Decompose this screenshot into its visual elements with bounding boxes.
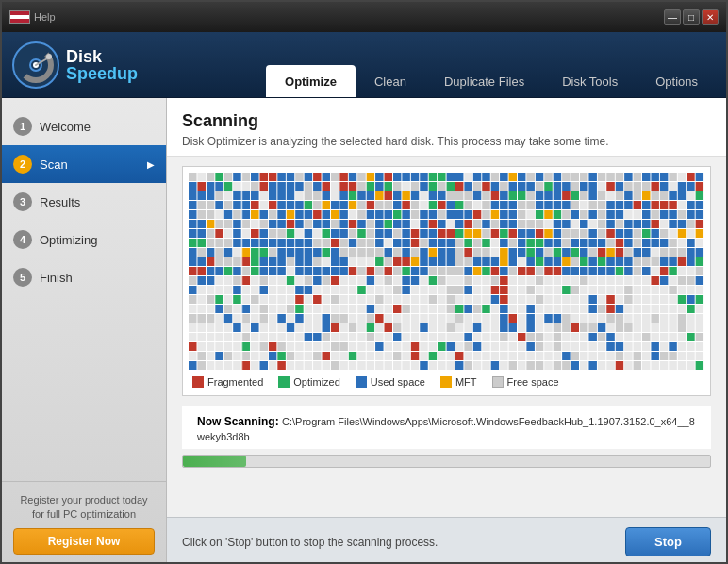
step-1-circle: 1: [13, 117, 32, 136]
app-header: Disk Speedup Optimize Clean Duplicate Fi…: [2, 32, 726, 98]
bottom-bar: Click on 'Stop' button to stop the scann…: [167, 517, 726, 564]
svg-point-5: [46, 54, 52, 59]
app-logo-icon: [11, 41, 60, 90]
legend-color-used-space: [356, 376, 367, 388]
sidebar-item-optimizing[interactable]: 4 Optimizing: [2, 221, 166, 258]
scanning-info: Now Scanning: C:\Program Files\WindowsAp…: [182, 406, 711, 449]
legend-mft: MFT: [440, 376, 477, 388]
step-2-circle: 2: [13, 155, 32, 174]
sidebar-item-scan[interactable]: 2 Scan ▶: [2, 145, 166, 183]
maximize-button[interactable]: □: [683, 9, 700, 25]
tab-optimize[interactable]: Optimize: [266, 65, 356, 97]
sidebar-item-welcome[interactable]: 1 Welcome: [2, 108, 166, 145]
legend-color-optimized: [278, 376, 290, 388]
sidebar: 1 Welcome 2 Scan ▶ 3 Results 4 Optimizin…: [2, 98, 167, 564]
progress-bar: [183, 456, 246, 467]
legend-label-optimized: Optimized: [293, 376, 340, 388]
page-title: Scanning: [182, 111, 711, 131]
sidebar-label-finish: Finish: [40, 271, 155, 285]
step-5-circle: 5: [13, 268, 32, 287]
title-bar: Help — □ ✕: [2, 2, 726, 32]
sidebar-item-results[interactable]: 3 Results: [2, 183, 166, 221]
progress-bar-container: [182, 455, 711, 468]
step-3-circle: 3: [13, 192, 32, 211]
legend-label-mft: MFT: [455, 376, 477, 388]
scanning-label: Now Scanning: C:\Program Files\WindowsAp…: [197, 415, 695, 443]
tab-clean[interactable]: Clean: [356, 65, 425, 97]
legend-color-mft: [440, 376, 452, 388]
app-name-speedup: Speedup: [66, 65, 138, 82]
legend-color-free-space: [492, 376, 504, 388]
content-description: Disk Optimizer is analyzing the selected…: [182, 135, 711, 148]
tab-duplicate-files[interactable]: Duplicate Files: [425, 65, 543, 97]
legend-label-fragmented: Fragmented: [207, 376, 263, 388]
logo-container: Disk Speedup: [11, 41, 138, 90]
legend-free-space: Free space: [492, 376, 559, 388]
stop-button[interactable]: Stop: [625, 527, 711, 556]
sidebar-label-optimizing: Optimizing: [40, 233, 155, 247]
tab-disk-tools[interactable]: Disk Tools: [543, 65, 637, 97]
nav-tabs: Optimize Clean Duplicate Files Disk Tool…: [266, 32, 717, 97]
legend-used-space: Used space: [356, 376, 425, 388]
close-button[interactable]: ✕: [702, 9, 719, 25]
scanning-label-strong: Now Scanning:: [197, 415, 279, 428]
minimize-button[interactable]: —: [664, 9, 681, 25]
legend-color-fragmented: [192, 376, 204, 388]
app-name: Disk Speedup: [66, 48, 138, 82]
sidebar-arrow-scan: ▶: [147, 159, 155, 170]
flag-icon: [9, 10, 30, 24]
legend-optimized: Optimized: [278, 376, 340, 388]
bottom-hint: Click on 'Stop' button to stop the scann…: [182, 536, 438, 549]
disk-map: [189, 173, 704, 371]
main-layout: 1 Welcome 2 Scan ▶ 3 Results 4 Optimizin…: [2, 98, 726, 564]
register-now-button[interactable]: Register Now: [13, 528, 155, 555]
sidebar-footer: Register your product today for full PC …: [2, 481, 166, 564]
legend: Fragmented Optimized Used space MFT Free…: [189, 371, 704, 390]
title-bar-controls: — □ ✕: [664, 9, 719, 25]
sidebar-item-finish[interactable]: 5 Finish: [2, 258, 166, 296]
legend-label-used-space: Used space: [371, 376, 425, 388]
content-header: Scanning Disk Optimizer is analyzing the…: [167, 98, 726, 157]
content-area: Scanning Disk Optimizer is analyzing the…: [167, 98, 726, 564]
sidebar-label-results: Results: [40, 195, 155, 209]
sidebar-label-welcome: Welcome: [40, 120, 155, 134]
help-text[interactable]: Help: [34, 11, 56, 23]
legend-fragmented: Fragmented: [192, 376, 263, 388]
step-4-circle: 4: [13, 230, 32, 249]
legend-label-free-space: Free space: [507, 376, 559, 388]
sidebar-footer-text: Register your product today for full PC …: [13, 493, 155, 521]
app-name-disk: Disk: [66, 48, 138, 65]
title-bar-left: Help: [9, 10, 59, 24]
sidebar-label-scan: Scan: [40, 158, 140, 172]
tab-options[interactable]: Options: [637, 65, 717, 97]
disk-map-container: Fragmented Optimized Used space MFT Free…: [182, 166, 711, 396]
